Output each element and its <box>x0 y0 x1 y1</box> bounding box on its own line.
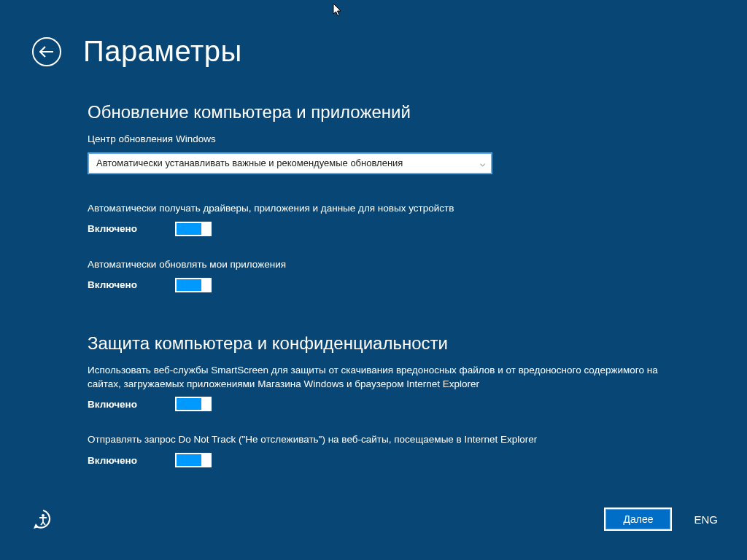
windows-update-dropdown[interactable]: Автоматически устанавливать важные и рек… <box>88 152 492 174</box>
settings-content: Обновление компьютера и приложений Центр… <box>88 102 671 489</box>
toggle-handle <box>201 279 210 291</box>
apps-state-label: Включено <box>88 279 175 290</box>
windows-update-selected: Автоматически устанавливать важные и рек… <box>96 158 403 168</box>
dnt-state-label: Включено <box>88 455 175 466</box>
mouse-cursor-icon <box>333 3 343 20</box>
smartscreen-toggle[interactable] <box>175 397 212 411</box>
privacy-heading: Защита компьютера и конфиденциальности <box>88 333 671 354</box>
windows-update-label: Центр обновления Windows <box>88 133 671 147</box>
language-indicator[interactable]: ENG <box>694 513 718 526</box>
smartscreen-state-label: Включено <box>88 399 175 410</box>
svg-point-1 <box>42 514 44 517</box>
toggle-handle <box>201 398 210 410</box>
updates-heading: Обновление компьютера и приложений <box>88 102 671 122</box>
drivers-toggle[interactable] <box>175 222 212 236</box>
apps-desc: Автоматически обновлять мои приложения <box>88 258 671 272</box>
arrow-left-icon <box>39 46 54 58</box>
back-button[interactable] <box>32 37 61 66</box>
toggle-handle <box>201 454 210 466</box>
ease-of-access-button[interactable] <box>32 508 54 530</box>
page-title: Параметры <box>83 35 242 68</box>
apps-toggle[interactable] <box>175 278 212 292</box>
dnt-toggle[interactable] <box>175 453 212 467</box>
drivers-state-label: Включено <box>88 223 175 234</box>
next-button[interactable]: Далее <box>604 508 672 531</box>
toggle-handle <box>201 223 210 235</box>
ease-of-access-icon <box>32 508 54 530</box>
smartscreen-desc: Использовать веб-службы SmartScreen для … <box>88 364 671 392</box>
dnt-desc: Отправлять запрос Do Not Track ("Не отсл… <box>88 433 671 447</box>
chevron-down-icon: ⌵ <box>480 158 485 168</box>
drivers-desc: Автоматически получать драйверы, приложе… <box>88 202 671 216</box>
